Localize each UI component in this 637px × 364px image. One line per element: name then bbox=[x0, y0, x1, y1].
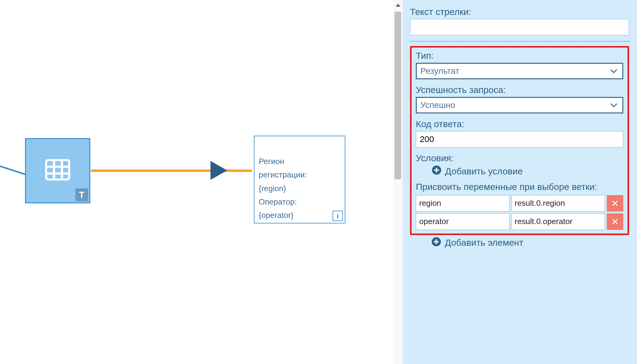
target-node-text: Регион регистрации: {region} Оператор: {… bbox=[259, 157, 307, 220]
chevron-down-icon bbox=[610, 103, 617, 107]
type-select-value: Результат bbox=[420, 66, 459, 76]
type-section: Тип: Результат bbox=[416, 51, 623, 79]
info-icon[interactable]: i bbox=[333, 211, 343, 221]
var-name-input[interactable] bbox=[416, 213, 509, 230]
code-input[interactable] bbox=[416, 131, 623, 148]
close-icon bbox=[612, 218, 618, 225]
incoming-edge bbox=[0, 164, 27, 176]
scroll-up-icon[interactable] bbox=[394, 1, 403, 10]
add-element-button[interactable]: Добавить элемент bbox=[410, 237, 629, 249]
arrow-text-input[interactable] bbox=[410, 19, 629, 35]
var-value-input[interactable] bbox=[511, 195, 605, 212]
conditions-section: Условия: Добавить условие bbox=[416, 153, 623, 177]
target-node[interactable]: Регион регистрации: {region} Оператор: {… bbox=[254, 136, 345, 223]
success-label: Успешность запроса: bbox=[416, 85, 623, 95]
highlighted-settings: Тип: Результат Успешность запроса: Успеш… bbox=[410, 46, 629, 235]
code-section: Код ответа: bbox=[416, 119, 623, 148]
diagram-canvas[interactable]: T Регион регистрации: {region} Оператор:… bbox=[0, 0, 394, 364]
type-label: Тип: bbox=[416, 51, 623, 61]
success-select[interactable]: Успешно bbox=[416, 97, 623, 113]
add-element-label: Добавить элемент bbox=[445, 237, 523, 248]
arrow-text-label: Текст стрелки: bbox=[410, 7, 629, 17]
chevron-down-icon bbox=[610, 69, 617, 73]
conditions-label: Условия: bbox=[416, 153, 623, 163]
svg-marker-5 bbox=[211, 161, 227, 180]
success-select-value: Успешно bbox=[420, 100, 455, 110]
table-icon bbox=[45, 159, 70, 182]
delete-var-button[interactable] bbox=[607, 195, 623, 212]
var-value-input[interactable] bbox=[511, 213, 605, 230]
close-icon bbox=[612, 200, 618, 207]
add-condition-label: Добавить условие bbox=[445, 166, 523, 177]
plus-circle-icon bbox=[432, 165, 441, 177]
delete-var-button[interactable] bbox=[607, 213, 623, 230]
scrollbar-thumb[interactable] bbox=[394, 12, 401, 179]
assign-vars-section: Присвоить переменные при выборе ветки: bbox=[416, 181, 623, 230]
source-node[interactable]: T bbox=[25, 138, 90, 203]
section-divider bbox=[410, 41, 629, 42]
arrow-text-section: Текст стрелки: bbox=[410, 7, 629, 35]
var-row bbox=[416, 213, 623, 230]
code-label: Код ответа: bbox=[416, 119, 623, 129]
plus-circle-icon bbox=[431, 237, 441, 249]
success-section: Успешность запроса: Успешно bbox=[416, 85, 623, 113]
edge-arrowhead-icon bbox=[211, 161, 229, 182]
svg-marker-6 bbox=[396, 4, 401, 7]
add-condition-button[interactable]: Добавить условие bbox=[416, 165, 623, 177]
svg-rect-0 bbox=[46, 160, 69, 180]
node-type-badge: T bbox=[75, 188, 88, 201]
var-row bbox=[416, 195, 623, 212]
properties-panel: Текст стрелки: Тип: Результат Успешность… bbox=[403, 0, 637, 364]
assign-vars-label: Присвоить переменные при выборе ветки: bbox=[416, 181, 623, 193]
type-select[interactable]: Результат bbox=[416, 63, 623, 79]
var-name-input[interactable] bbox=[416, 195, 509, 212]
